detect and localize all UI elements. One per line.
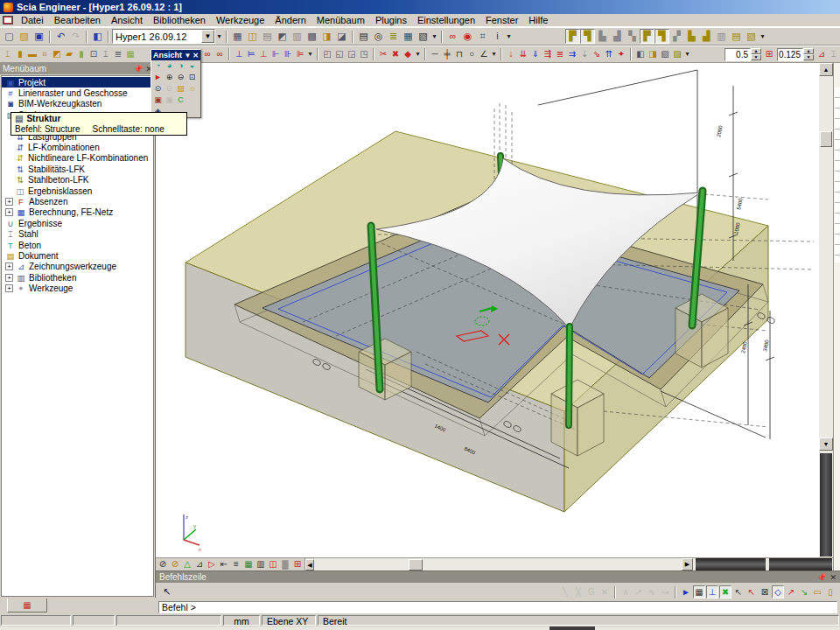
status-unit[interactable]: mm [223, 615, 260, 626]
snap-step-icon[interactable]: ⊿ [816, 48, 828, 61]
menu-hilfe[interactable]: Hilfe [523, 14, 553, 26]
view-flag-rendering-icon[interactable]: ▙ [684, 29, 699, 44]
view-flag-layers-icon[interactable]: ▜ [580, 29, 595, 44]
tree-item-bibliotheken[interactable]: +▥Bibliotheken [2, 272, 153, 283]
snap-intersection-icon[interactable]: ╳ [572, 585, 584, 598]
snap-tangent-icon[interactable]: ↝ [659, 585, 671, 598]
wind-load-icon[interactable]: ⇘ [591, 48, 603, 61]
tree-item-berechnung-fe-netz[interactable]: +▦Berechnung, FE-Netz [2, 207, 153, 218]
display-dropdown[interactable]: ▾ [683, 48, 691, 61]
tree-item-stahl[interactable]: ⌶Stahl [2, 228, 153, 239]
view-flag-axes-icon[interactable]: ▥ [714, 29, 729, 44]
expand-icon[interactable]: + [5, 274, 13, 282]
view-flag-misc-icon[interactable]: ▧ [744, 29, 759, 44]
view-flag-labels-icon[interactable]: ▜ [654, 29, 669, 44]
node-label-icon[interactable]: △ [181, 558, 193, 571]
zoom-window-icon[interactable]: ⊡ [186, 72, 198, 83]
menu-einstellungen[interactable]: Einstellungen [412, 14, 480, 26]
text-label-icon[interactable]: ≡ [230, 558, 242, 571]
view-settings-icon[interactable]: ▨ [175, 83, 186, 94]
link-icon[interactable]: ∞ [445, 29, 460, 44]
clip-plane-icon[interactable]: ⊘ [169, 558, 181, 571]
display-transparent-icon[interactable]: ▧ [659, 48, 671, 61]
project-combobox[interactable]: Hyper1 26.09.12 ▼ [112, 29, 215, 44]
clip-box-icon[interactable]: ⊘ [157, 558, 169, 571]
view-flags-dropdown[interactable]: ▾ [759, 29, 766, 44]
document-icon[interactable]: ≣ [386, 29, 401, 44]
member-label-icon[interactable]: ⊿ [193, 558, 206, 571]
moment-load-icon[interactable]: ⇉ [566, 48, 578, 61]
support-rigid-icon[interactable]: ⊫ [294, 48, 306, 61]
linear-dimension-icon[interactable]: ─ [429, 48, 441, 61]
tools-dropdown[interactable]: ▾ [505, 29, 513, 44]
viewport-window-2-icon[interactable]: ◱ [333, 48, 346, 61]
ansicht-palette-header[interactable]: Ansicht ▼ ✕ [151, 50, 200, 60]
view-front-icon[interactable]: ◑ [175, 60, 186, 72]
supports-dropdown[interactable]: ▾ [306, 48, 314, 61]
tree-item-zeichnungswerkzeuge[interactable]: +⊿Zeichnungswerkzeuge [2, 262, 153, 272]
model-viewport[interactable]: 2000 5400 1000 2400 3400 1400 8400 z y x [156, 63, 819, 557]
snap-midpoint-icon[interactable]: ✖ [719, 585, 732, 598]
mesh-display-icon[interactable]: ⊞ [291, 558, 304, 571]
image-display-icon[interactable]: ◫ [267, 558, 279, 571]
database-icon[interactable]: ▦ [401, 29, 416, 44]
command-close-icon[interactable]: ✕ [830, 573, 836, 582]
palette-dropdown-icon[interactable]: ▼ [184, 52, 191, 60]
support-node-icon[interactable]: ⊥ [233, 48, 245, 61]
view-side-icon[interactable]: ◒ [186, 60, 198, 72]
menu-menuebaum[interactable]: Menübaum [312, 14, 370, 26]
point-load-icon[interactable]: ↓ [505, 48, 517, 61]
menu-fenster[interactable]: Fenster [480, 14, 523, 26]
support-flexible-icon[interactable]: ⊪ [282, 48, 294, 61]
opening-icon[interactable]: ⊡ [88, 48, 100, 61]
display-wireframe-icon[interactable]: ◨ [647, 48, 659, 61]
uplift-load-icon[interactable]: ⇈ [603, 48, 615, 61]
zoom-cursor-icon[interactable]: ► [152, 72, 164, 83]
snap-line-icon[interactable]: ↗ [785, 585, 797, 598]
thermal-load-icon[interactable]: ≣ [554, 48, 566, 61]
tree-item-projekt[interactable]: ▣Projekt [2, 77, 153, 88]
zoom-all-icon[interactable]: ⊙ [152, 83, 164, 94]
elevation-dimension-icon[interactable]: ⊓ [453, 48, 466, 61]
zoom-out-icon[interactable]: ⊖ [175, 72, 186, 83]
snap-node-icon[interactable]: ↖ [732, 585, 745, 598]
snap-center-icon[interactable]: G [585, 585, 598, 598]
snap-endpoint-icon[interactable]: ╲ [559, 585, 571, 598]
viewport-window-3-icon[interactable]: ◲ [346, 48, 358, 61]
command-pin-icon[interactable]: 📌 [816, 573, 826, 582]
scroll-down-icon[interactable]: ▼ [819, 438, 833, 451]
rib-icon[interactable]: ⌶ [100, 48, 112, 61]
support-point-icon[interactable]: ⊩ [270, 48, 282, 61]
cut-dropdown[interactable]: ▾ [414, 48, 422, 61]
snap-box-icon[interactable]: ⊠ [759, 585, 771, 598]
save-icon[interactable]: ▣ [32, 29, 46, 44]
precision-down-icon[interactable]: ▼ [803, 54, 814, 60]
menu-bibliotheken[interactable]: Bibliotheken [148, 14, 211, 26]
mesh-setup-icon[interactable]: ▩ [304, 29, 319, 44]
solid-icon[interactable]: ▦ [124, 48, 136, 61]
circle-dimension-icon[interactable]: ○ [466, 48, 478, 61]
cursor-mode-icon[interactable]: ► [680, 585, 692, 598]
chain-dimension-icon[interactable]: ╪ [441, 48, 453, 61]
dimension-dropdown[interactable]: ▾ [490, 48, 498, 61]
groups-icon[interactable]: ◫ [245, 29, 260, 44]
post-front[interactable] [569, 326, 570, 425]
step-extra-icon[interactable]: ⌶ [828, 48, 840, 61]
snap-edge-icon[interactable]: ↗ [633, 585, 645, 598]
dimension-label-icon[interactable]: ⇤ [218, 558, 230, 571]
menu-ansicht[interactable]: Ansicht [106, 14, 148, 26]
new-view-icon[interactable]: ▣ [152, 94, 164, 106]
viewport-hscrollbar[interactable]: ▶ [314, 558, 833, 571]
snap-vertex-icon[interactable]: ∧ [620, 585, 632, 598]
angle-dimension-icon[interactable]: ∠ [478, 48, 490, 61]
output-dropdown[interactable]: ▾ [430, 29, 438, 44]
info-icon[interactable]: i [490, 29, 505, 44]
scale-down-icon[interactable]: ▼ [751, 54, 761, 60]
tree-item-stahlbeton-lfk[interactable]: ⇅Stahlbeton-LFK [2, 175, 153, 186]
activity-icon[interactable]: ◩ [275, 29, 290, 44]
viewport-window-1-icon[interactable]: ◰ [321, 48, 333, 61]
menubaum-tab[interactable]: ▦ [7, 598, 47, 612]
tree-item-linienraster[interactable]: #Linienraster und Geschosse [2, 88, 153, 98]
combobox-arrow-icon[interactable]: ▼ [201, 30, 214, 43]
menu-plugins[interactable]: Plugins [370, 14, 412, 26]
